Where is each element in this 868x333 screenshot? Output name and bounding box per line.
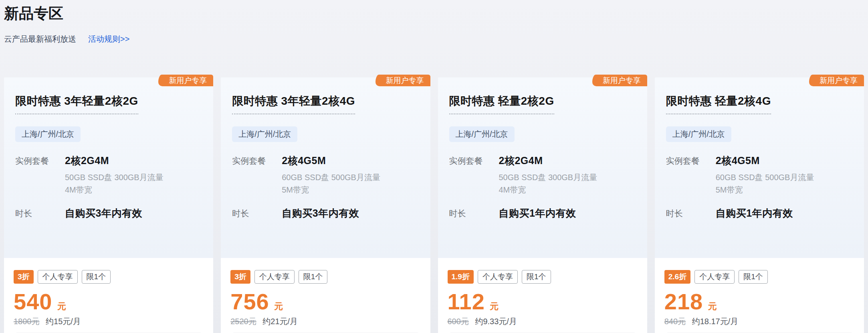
new-user-ribbon: 新用户专享 [592, 75, 647, 86]
limit-one-tag: 限1个 [522, 270, 551, 284]
original-price: 1800元 [14, 317, 40, 326]
price-value: 218 [664, 289, 703, 314]
spec-label: 实例套餐 [15, 154, 65, 166]
discount-badge: 3折 [230, 270, 250, 284]
product-card[interactable]: 新用户专享 限时特惠 3年轻量2核2G 上海/广州/北京 实例套餐 2核2G4M… [4, 77, 213, 333]
personal-only-tag: 个人专享 [694, 270, 735, 284]
card-price-section: 1.9折 个人专享 限1个 112 元 600元 约9.33元/月 [438, 258, 647, 333]
spec-label: 实例套餐 [449, 154, 499, 166]
price-unit: 元 [708, 301, 717, 311]
new-user-ribbon: 新用户专享 [158, 75, 213, 86]
price-value: 756 [230, 289, 269, 314]
activity-rules-link[interactable]: 活动规则>> [88, 34, 129, 45]
personal-only-tag: 个人专享 [254, 270, 295, 284]
spec-row: 实例套餐 2核4G5M 60GB SSD盘 500GB月流量 5M带宽 [666, 154, 853, 196]
spec-value-block: 2核4G5M 60GB SSD盘 500GB月流量 5M带宽 [716, 154, 814, 196]
duration-row: 时长 自购买1年内有效 [666, 207, 853, 220]
new-products-section: 新品专区 云产品最新福利放送 活动规则>> 新用户专享 限时特惠 3年轻量2核2… [0, 0, 868, 333]
duration-label: 时长 [15, 207, 65, 219]
region-tag: 上海/广州/北京 [449, 126, 515, 142]
personal-only-tag: 个人专享 [478, 270, 518, 284]
spec-value-block: 2核4G5M 60GB SSD盘 500GB月流量 5M带宽 [282, 154, 380, 196]
spec-row: 实例套餐 2核4G5M 60GB SSD盘 500GB月流量 5M带宽 [232, 154, 419, 196]
spec-detail: 60GB SSD盘 500GB月流量 5M带宽 [282, 171, 380, 196]
spec-detail: 50GB SSD盘 300GB月流量 4M带宽 [65, 171, 164, 196]
price-unit: 元 [490, 301, 499, 311]
duration-value: 自购买1年内有效 [716, 207, 793, 220]
spec-value: 2核4G5M [716, 154, 814, 167]
card-title: 限时特惠 轻量2核4G [666, 93, 771, 114]
duration-value: 自购买3年内有效 [282, 207, 359, 220]
card-title: 限时特惠 3年轻量2核2G [15, 93, 138, 114]
monthly-price: 约18.17元/月 [692, 317, 739, 326]
card-spec-section: 限时特惠 轻量2核2G 上海/广州/北京 实例套餐 2核2G4M 50GB SS… [438, 77, 647, 258]
limit-one-tag: 限1个 [299, 270, 328, 284]
price-row: 218 元 [664, 288, 854, 315]
spec-row: 实例套餐 2核2G4M 50GB SSD盘 300GB月流量 4M带宽 [15, 154, 202, 196]
old-price-row: 840元 约18.17元/月 [664, 316, 854, 327]
monthly-price: 约15元/月 [46, 317, 81, 326]
spec-value: 2核2G4M [65, 154, 164, 167]
original-price: 840元 [664, 317, 686, 326]
discount-badge: 3折 [14, 270, 34, 284]
price-value: 112 [448, 289, 485, 314]
card-title: 限时特惠 3年轻量2核4G [232, 93, 355, 114]
spec-label: 实例套餐 [232, 154, 282, 166]
page-title: 新品专区 [4, 5, 864, 22]
discount-badge: 2.6折 [664, 270, 690, 284]
original-price: 600元 [448, 317, 469, 326]
card-price-section: 3折 个人专享 限1个 540 元 1800元 约15元/月 [4, 258, 213, 333]
spec-value: 2核4G5M [282, 154, 380, 167]
region-tag: 上海/广州/北京 [232, 126, 297, 142]
discount-badge: 1.9折 [448, 270, 474, 284]
old-price-row: 1800元 约15元/月 [14, 316, 204, 327]
monthly-price: 约21元/月 [262, 317, 298, 326]
duration-label: 时长 [232, 207, 282, 219]
price-unit: 元 [57, 301, 66, 311]
duration-label: 时长 [666, 207, 716, 219]
promo-subtitle: 云产品最新福利放送 [4, 34, 76, 45]
spec-label: 实例套餐 [666, 154, 716, 166]
spec-row: 实例套餐 2核2G4M 50GB SSD盘 300GB月流量 4M带宽 [449, 154, 636, 196]
price-unit: 元 [274, 301, 283, 311]
product-card[interactable]: 新用户专享 限时特惠 轻量2核4G 上海/广州/北京 实例套餐 2核4G5M 6… [655, 77, 864, 333]
spec-value-block: 2核2G4M 50GB SSD盘 300GB月流量 4M带宽 [499, 154, 598, 196]
new-user-ribbon: 新用户专享 [375, 75, 430, 86]
duration-row: 时长 自购买3年内有效 [15, 207, 202, 220]
original-price: 2520元 [230, 317, 256, 326]
card-price-section: 3折 个人专享 限1个 756 元 2520元 约21元/月 [221, 258, 430, 333]
price-row: 540 元 [14, 288, 204, 315]
limit-one-tag: 限1个 [82, 270, 111, 284]
card-price-section: 2.6折 个人专享 限1个 218 元 840元 约18.17元/月 [655, 258, 864, 333]
duration-value: 自购买1年内有效 [499, 207, 576, 220]
card-title: 限时特惠 轻量2核2G [449, 93, 554, 114]
duration-label: 时长 [449, 207, 499, 219]
product-card[interactable]: 新用户专享 限时特惠 3年轻量2核4G 上海/广州/北京 实例套餐 2核4G5M… [221, 77, 430, 333]
region-tag: 上海/广州/北京 [666, 126, 731, 142]
promo-tags-row: 1.9折 个人专享 限1个 [448, 270, 638, 284]
old-price-row: 2520元 约21元/月 [230, 316, 420, 327]
spec-value-block: 2核2G4M 50GB SSD盘 300GB月流量 4M带宽 [65, 154, 164, 196]
spec-value: 2核2G4M [499, 154, 598, 167]
region-tag: 上海/广州/北京 [15, 126, 81, 142]
new-user-ribbon: 新用户专享 [809, 75, 864, 86]
card-spec-section: 限时特惠 3年轻量2核2G 上海/广州/北京 实例套餐 2核2G4M 50GB … [4, 77, 213, 258]
old-price-row: 600元 约9.33元/月 [448, 316, 638, 327]
promo-tags-row: 2.6折 个人专享 限1个 [664, 270, 854, 284]
price-row: 112 元 [448, 288, 638, 315]
limit-one-tag: 限1个 [739, 270, 768, 284]
monthly-price: 约9.33元/月 [475, 317, 517, 326]
duration-value: 自购买3年内有效 [65, 207, 142, 220]
promo-tags-row: 3折 个人专享 限1个 [230, 270, 420, 284]
subtitle-row: 云产品最新福利放送 活动规则>> [4, 34, 864, 45]
product-card-list: 新用户专享 限时特惠 3年轻量2核2G 上海/广州/北京 实例套餐 2核2G4M… [4, 77, 864, 333]
promo-tags-row: 3折 个人专享 限1个 [14, 270, 204, 284]
product-card[interactable]: 新用户专享 限时特惠 轻量2核2G 上海/广州/北京 实例套餐 2核2G4M 5… [438, 77, 647, 333]
duration-row: 时长 自购买1年内有效 [449, 207, 636, 220]
spec-detail: 60GB SSD盘 500GB月流量 5M带宽 [716, 171, 814, 196]
price-value: 540 [14, 289, 52, 314]
card-spec-section: 限时特惠 3年轻量2核4G 上海/广州/北京 实例套餐 2核4G5M 60GB … [221, 77, 430, 258]
card-spec-section: 限时特惠 轻量2核4G 上海/广州/北京 实例套餐 2核4G5M 60GB SS… [655, 77, 864, 258]
price-row: 756 元 [230, 288, 420, 315]
duration-row: 时长 自购买3年内有效 [232, 207, 419, 220]
